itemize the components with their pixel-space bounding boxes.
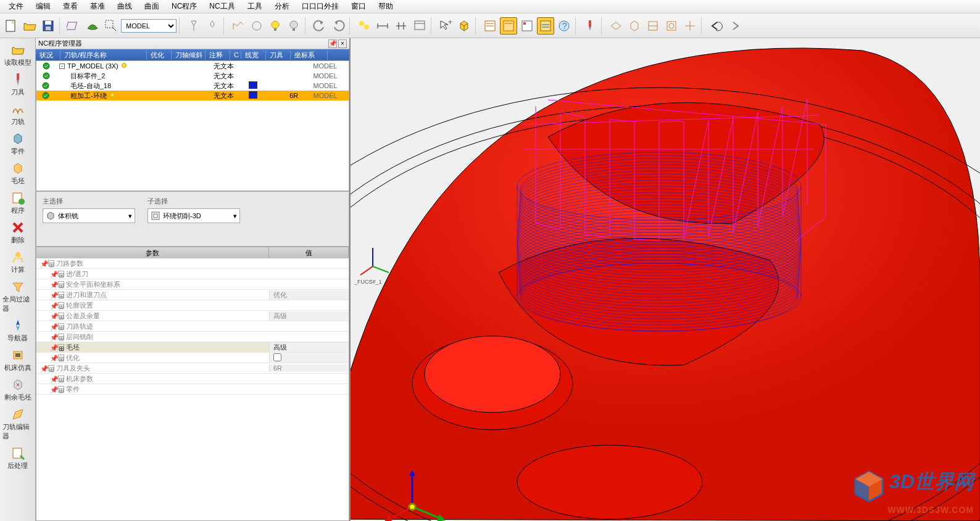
list2-button[interactable] — [500, 17, 517, 35]
param-value[interactable]: 优化 — [269, 290, 349, 300]
sidebar-tool[interactable]: 刀具 — [2, 70, 33, 99]
new-file-button[interactable] — [2, 17, 20, 35]
svg-point-37 — [669, 23, 674, 28]
svg-point-49 — [43, 73, 49, 79]
sidebar-navigator[interactable]: 导航器 — [2, 316, 33, 345]
sidebar-part[interactable]: 零件 — [2, 129, 33, 158]
surface-button[interactable] — [84, 17, 101, 35]
undo-button[interactable] — [311, 17, 328, 35]
open-file-button[interactable] — [21, 17, 38, 35]
list3-button[interactable] — [518, 17, 536, 35]
svg-point-13 — [364, 25, 369, 30]
stock-icon — [10, 161, 25, 176]
menu-analysis[interactable]: 分析 — [268, 0, 296, 13]
menu-curve[interactable]: 曲线 — [111, 0, 138, 13]
menu-edit[interactable]: 编辑 — [30, 0, 57, 13]
tree-body[interactable]: - TP_MODEL (3X) 无文本MODEL 目标零件_2无文本MODEL … — [36, 60, 349, 191]
pin-button[interactable]: 📌 — [328, 39, 337, 48]
forward-button[interactable] — [726, 17, 743, 35]
sidebar-stock[interactable]: 毛坯 — [2, 159, 33, 187]
sidebar-program[interactable]: 程序 — [2, 189, 33, 217]
param-value[interactable] — [269, 353, 349, 363]
redo-button[interactable] — [330, 17, 347, 35]
iso4-button[interactable] — [663, 17, 680, 35]
tree-row[interactable]: 粗加工-环绕 无文本6RMODEL — [36, 91, 349, 101]
svg-rect-53 — [152, 212, 159, 219]
param-row[interactable]: 📌⊞ 公差及余量高级 — [36, 311, 349, 321]
window-button[interactable] — [411, 17, 428, 35]
param-row[interactable]: 📌⊞ 零件 — [36, 384, 349, 395]
param-value[interactable]: 高级 — [269, 311, 349, 321]
sidebar-path-editor[interactable]: 刀轨编辑器 — [2, 405, 33, 443]
circle-button[interactable] — [248, 17, 265, 35]
menu-window[interactable]: 窗口 — [345, 0, 372, 13]
lamp2-button[interactable] — [204, 17, 221, 35]
svg-rect-40 — [17, 73, 19, 80]
param-row[interactable]: 📌⊞ 刀路参数 — [36, 258, 349, 269]
menu-plugin[interactable]: 口口口外挂 — [296, 0, 345, 13]
iso1-button[interactable] — [607, 17, 625, 35]
list1-button[interactable] — [481, 17, 499, 35]
save-button[interactable] — [39, 17, 57, 35]
sub-select[interactable]: 环绕切削-3D▾ — [147, 208, 240, 223]
tree-row[interactable]: 毛坯-自动_18无文本MODEL — [36, 81, 349, 91]
menu-view[interactable]: 查看 — [57, 0, 84, 13]
tree-row[interactable]: 目标零件_2无文本MODEL — [36, 71, 349, 81]
param-row[interactable]: 📌⊞ 安全平面和坐标系 — [36, 279, 349, 290]
param-row[interactable]: 📌⊞ 优化 — [36, 353, 349, 363]
sidebar-delete[interactable]: 删除 — [2, 218, 33, 247]
menu-surface[interactable]: 曲面 — [138, 0, 165, 13]
model-select[interactable]: MODEL — [121, 19, 176, 33]
menu-ncprogram[interactable]: NC程序 — [165, 0, 203, 13]
sidebar-global-filter[interactable]: 全局过滤器 — [2, 277, 33, 315]
tool-icon-button[interactable] — [581, 17, 599, 35]
svg-point-7 — [252, 22, 261, 30]
menu-tool[interactable]: 工具 — [241, 0, 268, 13]
param-row[interactable]: 📌⊞ 进刀和退刀点优化 — [36, 290, 349, 300]
measure1-button[interactable] — [374, 17, 391, 35]
bulb-off-button[interactable] — [285, 17, 302, 35]
measure2-button[interactable] — [392, 17, 410, 35]
param-row[interactable]: 📌⊞ 进/退刀 — [36, 269, 349, 279]
sidebar-toolpath[interactable]: 刀轨 — [2, 100, 33, 128]
menu-nctool[interactable]: NC工具 — [203, 0, 241, 13]
param-value[interactable]: 6R — [269, 364, 349, 372]
param-row[interactable]: 📌⊞ 刀路轨迹 — [36, 321, 349, 332]
menu-file[interactable]: 文件 — [2, 0, 30, 13]
iso5-button[interactable] — [681, 17, 699, 35]
close-panel-button[interactable]: × — [338, 39, 347, 48]
filter-icon — [10, 279, 25, 294]
main-select[interactable]: 体积铣▾ — [43, 208, 135, 223]
param-value[interactable]: 高级 — [269, 343, 349, 352]
param-row[interactable]: 📌⊞ 轮廓设置 — [36, 300, 349, 311]
graph1-button[interactable] — [230, 17, 247, 35]
param-row[interactable]: 📌⊞ 刀具及夹头6R — [36, 363, 349, 374]
lamp1-button[interactable] — [185, 17, 202, 35]
cube-button[interactable] — [455, 17, 473, 35]
sidebar-machine-sim[interactable]: 机床仿真 — [2, 346, 33, 374]
model-picker-button[interactable] — [102, 17, 120, 35]
rewind-button[interactable] — [707, 17, 725, 35]
menu-help[interactable]: 帮助 — [372, 0, 399, 13]
3d-viewport[interactable]: _FUCS#_1 3D世界网 WWW.3DSJW.COM — [351, 38, 980, 521]
plane-button[interactable] — [65, 17, 83, 35]
sidebar-calculate[interactable]: 计算 — [2, 248, 33, 276]
tree-row[interactable]: - TP_MODEL (3X) 无文本MODEL — [36, 61, 349, 71]
bulb-on-button[interactable] — [267, 17, 284, 35]
sidebar-remain-stock[interactable]: 剩余毛坯 — [2, 375, 33, 404]
list4-button[interactable] — [537, 17, 554, 35]
param-name: 📌⊞ 轮廓设置 — [36, 301, 269, 310]
sidebar-read-model[interactable]: 读取模型 — [2, 41, 33, 69]
param-name: 📌⊞ 毛坯 — [36, 343, 269, 352]
iso3-button[interactable] — [644, 17, 662, 35]
svg-rect-28 — [541, 21, 550, 31]
help-button[interactable]: ? — [555, 17, 573, 35]
sidebar-postprocess[interactable]: 后处理 — [2, 444, 33, 472]
param-row[interactable]: 📌⊞ 机床参数 — [36, 374, 349, 384]
menu-datum[interactable]: 基准 — [84, 0, 111, 13]
cursor-plus-button[interactable]: + — [437, 17, 454, 35]
param-row[interactable]: 📌⊞ 毛坯高级 — [36, 342, 349, 353]
iso2-button[interactable] — [626, 17, 643, 35]
param-row[interactable]: 📌⊞ 层间铣削 — [36, 332, 349, 342]
lights-button[interactable] — [355, 17, 373, 35]
